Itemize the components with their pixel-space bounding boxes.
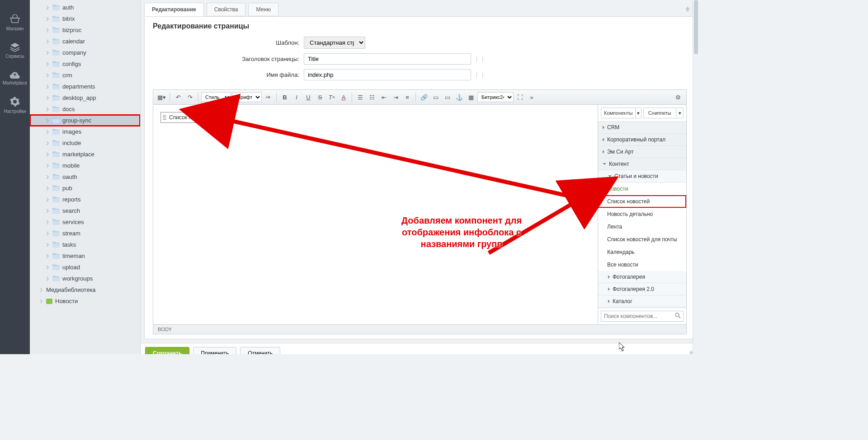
folder-timeman[interactable]: timeman — [30, 250, 140, 262]
cancel-button[interactable]: Отменить — [240, 347, 280, 354]
component-category[interactable]: Корпоративный портал — [598, 134, 686, 146]
folder-company[interactable]: company — [30, 47, 140, 58]
folder-tasks[interactable]: tasks — [30, 239, 140, 250]
component-item[interactable]: Список новостей — [598, 195, 686, 208]
tree-extra-item[interactable]: Медиабиблиотека — [30, 284, 140, 295]
redo-icon[interactable]: ↷ — [184, 92, 195, 103]
folder-workgroups[interactable]: workgroups — [30, 273, 140, 284]
component-category[interactable]: CRM — [598, 122, 686, 134]
folder-calendar[interactable]: calendar — [30, 36, 140, 47]
svg-point-0 — [675, 313, 679, 317]
component-category[interactable]: Статьи и новости — [598, 170, 686, 183]
folder-search[interactable]: search — [30, 205, 140, 216]
view-mode-icon[interactable]: ▦▾ — [156, 92, 167, 103]
folder-reports[interactable]: reports — [30, 194, 140, 205]
components-tab[interactable]: Компоненты — [601, 108, 635, 118]
more-icon[interactable]: » — [526, 92, 537, 103]
folder-services[interactable]: services — [30, 216, 140, 228]
folder-auth[interactable]: auth — [30, 2, 140, 13]
image-icon[interactable]: ▭ — [430, 92, 441, 103]
link-icon[interactable]: 🔗 — [419, 92, 429, 103]
font-select[interactable]: Шрифт — [232, 92, 262, 102]
component-search-input[interactable] — [601, 311, 684, 322]
snippets-tab-dd-icon[interactable]: ▾ — [676, 108, 683, 118]
bitrix-select[interactable]: Битрикс24 - ... — [477, 92, 514, 102]
search-icon[interactable] — [675, 313, 681, 320]
component-category[interactable]: Эм Си Арт — [598, 146, 686, 158]
nav-store[interactable]: Магазин — [0, 9, 30, 37]
nav-settings[interactable]: Настройки — [0, 91, 30, 119]
main-area: Редактирование Свойства Меню Редактирова… — [141, 0, 699, 354]
scrollbar-thumb[interactable] — [694, 0, 698, 54]
folder-include[interactable]: include — [30, 137, 140, 149]
folder-desktop_app[interactable]: desktop_app — [30, 92, 140, 103]
style-select[interactable]: Стиль — [201, 92, 231, 102]
nav-services[interactable]: Сервисы — [0, 37, 30, 64]
folder-pub[interactable]: pub — [30, 183, 140, 194]
field-handle-icon[interactable]: ⋮⋮ — [474, 71, 479, 78]
template-select[interactable]: Стандартная страница — [304, 37, 365, 49]
file-tree[interactable]: authbitrixbizproccalendarcompanyconfigsc… — [30, 0, 141, 354]
tab-menu[interactable]: Меню — [248, 3, 278, 16]
snippets-tab[interactable]: Сниппеты — [644, 108, 676, 118]
component-category[interactable]: Каталог — [598, 295, 686, 308]
ul-icon[interactable]: ☰ — [355, 92, 366, 103]
italic-icon[interactable]: I — [291, 92, 302, 103]
component-item[interactable]: Список новостей для почты — [598, 233, 686, 246]
component-item[interactable]: Новость детально — [598, 208, 686, 220]
nav-marketplace[interactable]: Marketplace — [0, 64, 30, 91]
folder-oauth[interactable]: oauth — [30, 171, 140, 183]
clear-format-icon[interactable]: T× — [326, 92, 337, 103]
folder-stream[interactable]: stream — [30, 228, 140, 239]
tab-properties[interactable]: Свойства — [207, 3, 246, 16]
folder-crm[interactable]: crm — [30, 70, 140, 81]
field-handle-icon[interactable]: ⋮⋮ — [474, 56, 479, 62]
components-tab-dd-icon[interactable]: ▾ — [635, 108, 641, 118]
settings-icon[interactable]: ⚙ — [673, 92, 684, 103]
component-category[interactable]: Фотогалерея — [598, 271, 686, 283]
component-item[interactable]: Календарь — [598, 246, 686, 258]
component-item[interactable]: Новости — [598, 183, 686, 195]
bold-icon[interactable]: B — [279, 92, 290, 103]
folder-bizproc[interactable]: bizproc — [30, 24, 140, 36]
news-list-component[interactable]: Список новостей — [160, 112, 217, 123]
title-label: Заголовок страницы: — [145, 56, 304, 62]
ol-icon[interactable]: ☷ — [367, 92, 377, 103]
tree-extra-item[interactable]: Новости — [30, 295, 140, 307]
pin-icon[interactable] — [684, 6, 691, 14]
editor-canvas[interactable]: Список новостей — [153, 105, 598, 324]
title-input[interactable] — [304, 53, 471, 65]
component-item[interactable]: Лента — [598, 220, 686, 233]
apply-button[interactable]: Применить — [193, 347, 236, 354]
anchor-icon[interactable]: ⚓ — [454, 92, 465, 103]
folder-mobile[interactable]: mobile — [30, 160, 140, 171]
folder-bitrix[interactable]: bitrix — [30, 13, 140, 24]
component-item[interactable]: Все новости — [598, 258, 686, 271]
outdent-icon[interactable]: ⇤ — [378, 92, 389, 103]
indent-icon[interactable]: ⇥ — [390, 92, 401, 103]
folder-marketplace[interactable]: marketplace — [30, 149, 140, 160]
text-color-icon[interactable]: A — [338, 92, 349, 103]
filename-input[interactable] — [304, 69, 471, 80]
folder-configs[interactable]: configs — [30, 58, 140, 70]
strike-icon[interactable]: S — [315, 92, 326, 103]
folder-departments[interactable]: departments — [30, 81, 140, 92]
undo-icon[interactable]: ↶ — [173, 92, 184, 103]
folder-upload[interactable]: upload — [30, 262, 140, 273]
component-tree[interactable]: CRMКорпоративный порталЭм Си АртКонтентС… — [598, 122, 686, 308]
component-category[interactable]: Контент — [598, 158, 686, 170]
table-icon[interactable]: ▦ — [466, 92, 476, 103]
folder-group-sync[interactable]: group-sync — [30, 115, 140, 126]
fullscreen-icon[interactable]: ⛶ — [514, 92, 525, 103]
component-category[interactable]: Фотогалерея 2.0 — [598, 283, 686, 295]
font-size-icon[interactable]: A▾ — [263, 92, 274, 103]
scrollbar[interactable] — [693, 0, 699, 354]
tab-edit[interactable]: Редактирование — [144, 3, 204, 16]
footer: Сохранить Применить Отменить — [141, 343, 699, 354]
folder-docs[interactable]: docs — [30, 103, 140, 115]
save-button[interactable]: Сохранить — [145, 347, 189, 354]
underline-icon[interactable]: U — [303, 92, 314, 103]
video-icon[interactable]: ▭ — [442, 92, 453, 103]
align-icon[interactable]: ≡ — [402, 92, 413, 103]
folder-images[interactable]: images — [30, 126, 140, 137]
